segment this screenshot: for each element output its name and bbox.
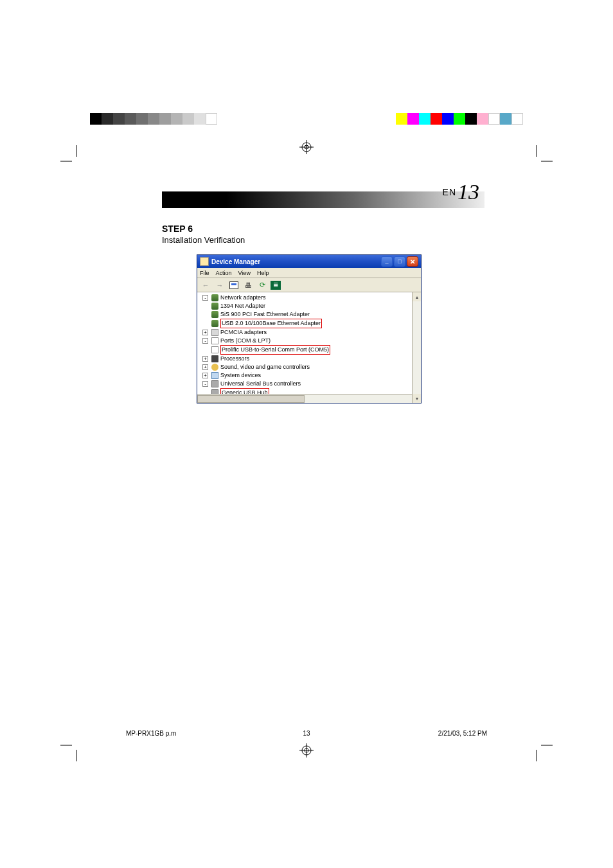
menu-file[interactable]: File <box>200 270 209 276</box>
page-number-value: 13 <box>458 180 479 204</box>
tree-usb-ethernet[interactable]: USB 2.0 10/100Base Ethernet Adapter <box>220 319 322 328</box>
usb-icon <box>211 380 218 387</box>
adapter-icon <box>211 320 218 327</box>
crop-mark-br <box>520 729 553 761</box>
collapse-icon[interactable]: - <box>202 338 208 344</box>
page-lang-label: EN <box>443 187 456 197</box>
footer-timestamp: 2/21/03, 5:12 PM <box>438 730 487 737</box>
usb-item-icon <box>211 389 218 394</box>
window-title: Device Manager <box>211 258 260 265</box>
crop-mark-tr <box>520 145 553 177</box>
scan-icon[interactable]: ≣ <box>271 281 281 290</box>
ports-icon <box>211 337 218 344</box>
tree-usb[interactable]: Universal Serial Bus controllers <box>220 380 301 388</box>
tree-network-adapters[interactable]: Network adapters <box>220 294 266 302</box>
menu-bar: File Action View Help <box>197 268 421 278</box>
crop-mark-bl <box>60 729 93 761</box>
step-subtitle: Installation Verification <box>162 235 245 245</box>
network-icon <box>211 294 218 301</box>
expand-icon[interactable]: + <box>202 373 208 378</box>
sound-icon <box>211 364 218 371</box>
toolbar: ← → 🖶 ⟳ ≣ <box>197 278 421 292</box>
menu-help[interactable]: Help <box>257 270 269 276</box>
window-titlebar[interactable]: Device Manager _ □ ✕ <box>197 255 421 268</box>
collapse-icon[interactable]: - <box>202 295 208 301</box>
tree-system[interactable]: System devices <box>220 371 261 380</box>
adapter-icon <box>211 311 218 318</box>
scroll-down-icon[interactable]: ▾ <box>413 394 421 403</box>
tree-sound[interactable]: Sound, video and game controllers <box>220 363 310 371</box>
back-button: ← <box>200 279 211 291</box>
color-bar-grayscale <box>90 111 217 127</box>
maximize-button[interactable]: □ <box>394 256 405 267</box>
expand-icon[interactable]: + <box>202 364 208 370</box>
registration-mark-bottom <box>299 743 314 757</box>
tree-processors[interactable]: Processors <box>220 355 249 363</box>
minimize-button[interactable]: _ <box>381 256 393 267</box>
forward-button: → <box>214 279 226 291</box>
tree-usb-0[interactable]: Generic USB Hub <box>220 388 269 394</box>
page-container: EN13 STEP 6 Installation Verification De… <box>0 0 613 868</box>
scroll-thumb[interactable] <box>197 395 305 403</box>
print-icon[interactable]: 🖶 <box>242 279 254 291</box>
tree-sis900[interactable]: SiS 900 PCI Fast Ethernet Adapter <box>220 310 310 319</box>
refresh-icon[interactable]: ⟳ <box>256 279 268 291</box>
processor-icon <box>211 355 218 362</box>
window-icon <box>200 257 209 266</box>
menu-view[interactable]: View <box>238 270 251 276</box>
header-bar <box>162 191 484 208</box>
expand-icon[interactable]: + <box>202 356 208 362</box>
tree-pcmcia[interactable]: PCMCIA adapters <box>220 328 267 337</box>
adapter-icon <box>211 303 218 310</box>
menu-action[interactable]: Action <box>216 270 232 276</box>
tree-1394[interactable]: 1394 Net Adapter <box>220 302 265 310</box>
system-icon <box>211 372 218 379</box>
footer-file: MP-PRX1GB p.m <box>126 730 176 737</box>
horizontal-scrollbar[interactable] <box>197 394 412 403</box>
tree-ports[interactable]: Ports (COM & LPT) <box>220 337 271 345</box>
footer-page: 13 <box>303 730 310 737</box>
device-tree[interactable]: -Network adapters 1394 Net Adapter SiS 9… <box>197 292 412 394</box>
scroll-up-icon[interactable]: ▴ <box>413 292 421 301</box>
collapse-icon[interactable]: - <box>202 381 208 387</box>
view-button[interactable] <box>228 279 240 291</box>
page-number: EN13 <box>443 180 479 204</box>
crop-mark-tl <box>60 145 93 177</box>
tree-prolific[interactable]: Prolific USB-to-Serial Comm Port (COM5) <box>220 345 330 355</box>
registration-mark-top <box>299 140 314 154</box>
footer: MP-PRX1GB p.m 13 2/21/03, 5:12 PM <box>126 730 487 737</box>
close-button[interactable]: ✕ <box>407 256 418 267</box>
pcmcia-icon <box>211 329 218 336</box>
step-title: STEP 6 <box>162 224 193 234</box>
color-bar-colors <box>396 111 523 127</box>
expand-icon[interactable]: + <box>202 330 208 335</box>
port-icon <box>211 346 218 353</box>
vertical-scrollbar[interactable]: ▴ ▾ <box>412 292 421 403</box>
device-manager-window: Device Manager _ □ ✕ File Action View He… <box>197 254 422 403</box>
